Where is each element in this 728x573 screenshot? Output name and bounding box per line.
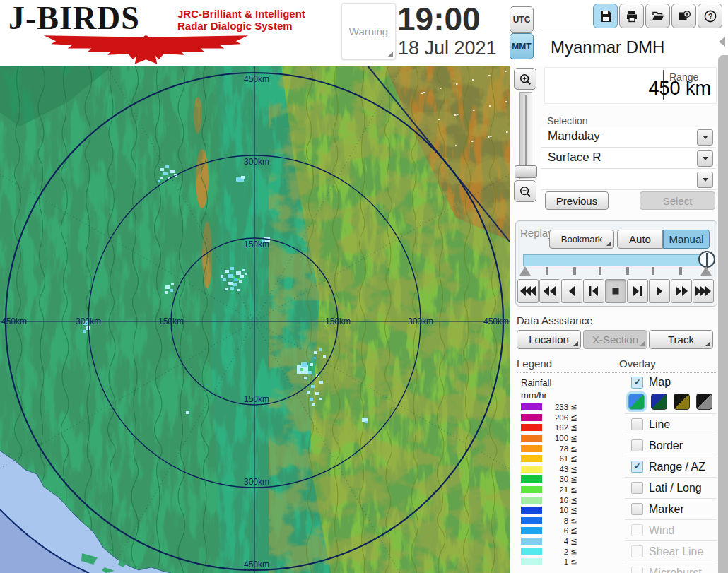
legend-color-swatch — [521, 435, 542, 442]
utc-toggle-button[interactable]: UTC — [510, 6, 534, 33]
map-style-black-olive[interactable] — [674, 394, 690, 410]
map-style-navy-darkgreen[interactable] — [651, 394, 667, 410]
help-icon: ? — [703, 9, 717, 23]
warning-button[interactable]: Warning — [341, 3, 396, 59]
fastest-forward-button[interactable] — [693, 279, 714, 303]
track-label: Track — [668, 333, 694, 345]
fast-rewind-icon — [519, 286, 536, 296]
previous-button[interactable]: Previous — [545, 191, 609, 210]
legend-unit-line1: Rainfall — [521, 377, 592, 389]
rewind-button[interactable] — [539, 279, 560, 303]
auto-mode-button[interactable]: Auto — [617, 230, 663, 249]
svg-text:300km: 300km — [76, 317, 101, 326]
overlay-item-shear-line: Shear Line — [625, 540, 717, 562]
legend-row: 6 ≦ — [521, 526, 586, 536]
help-button[interactable]: ? — [698, 4, 722, 28]
unchecked-checkbox-icon[interactable] — [631, 482, 643, 494]
legend-row: 21 ≦ — [521, 485, 586, 495]
bookmark-label: Bookmark — [561, 234, 603, 244]
slider-start-marker — [519, 266, 531, 276]
dropdown-button[interactable] — [697, 129, 713, 146]
print-button[interactable] — [619, 4, 644, 28]
warning-button-label: Warning — [349, 25, 388, 37]
add-image-button[interactable] — [671, 4, 696, 28]
slider-tick — [679, 267, 682, 275]
unchecked-checkbox-icon — [631, 524, 643, 536]
play-button[interactable] — [649, 279, 670, 303]
legend-value: 1 ≦ — [542, 557, 577, 567]
map-style-black-gray[interactable] — [696, 394, 712, 410]
fast-forward-button[interactable] — [671, 279, 692, 303]
replay-slider-handle[interactable] — [698, 251, 715, 268]
step-back-button[interactable] — [561, 279, 582, 303]
location-button[interactable]: Location — [517, 330, 581, 349]
overlay-item-label: Wind — [649, 524, 674, 537]
jbirds-radar-app: { "header": { "logo": {"title": "J-BIRDS… — [0, 0, 728, 573]
legend-color-swatch — [521, 548, 542, 555]
clock-date: 18 Jul 2021 — [398, 37, 497, 59]
overlay-item-map[interactable]: ✓Map — [625, 374, 717, 391]
select-button[interactable]: Select — [640, 191, 715, 210]
replay-panel: Replay Bookmark Auto Manual — [515, 220, 717, 307]
replay-label: Replay — [520, 227, 553, 239]
overlay-item-line[interactable]: Line — [625, 413, 717, 435]
unchecked-checkbox-icon[interactable] — [631, 439, 643, 451]
overlay-item-label: Line — [649, 418, 670, 431]
legend-value: 78 ≦ — [542, 444, 577, 454]
range-value: 450 km — [648, 78, 711, 100]
map-zoom-slider-handle[interactable] — [515, 165, 537, 178]
skip-start-button[interactable] — [583, 279, 604, 303]
checked-checkbox-icon[interactable]: ✓ — [631, 461, 643, 473]
checked-checkbox-icon[interactable]: ✓ — [631, 377, 643, 389]
selection-dropdown-site[interactable]: Mandalay — [541, 127, 716, 148]
svg-text:300km: 300km — [408, 317, 433, 326]
legend-value: 100 ≦ — [542, 433, 577, 443]
overlay-item-range-az[interactable]: ✓Range / AZ — [625, 456, 717, 477]
radar-map[interactable]: 150km150km150km150km300km300km300km300km… — [0, 66, 510, 573]
mmt-toggle-button[interactable]: MMT — [510, 33, 534, 59]
overlay-item-label: Lati / Long — [649, 482, 702, 495]
panel-collapse-arrow-icon[interactable] — [719, 37, 725, 47]
overlay-item-lati-long[interactable]: Lati / Long — [625, 477, 717, 498]
legend-color-swatch — [521, 475, 542, 483]
save-icon — [599, 9, 613, 23]
selection-dropdown-product[interactable]: Surface R — [541, 148, 716, 169]
clock-time: 19:00 — [397, 1, 481, 37]
manual-mode-button[interactable]: Manual — [663, 230, 710, 249]
track-button[interactable]: Track — [649, 330, 713, 349]
unchecked-checkbox-icon[interactable] — [631, 418, 643, 430]
open-folder-button[interactable] — [645, 4, 670, 28]
unchecked-checkbox-icon[interactable] — [631, 503, 643, 515]
map-zoom-in-button[interactable] — [514, 68, 536, 90]
bookmark-button[interactable]: Bookmark — [549, 230, 614, 249]
legend-color-swatch — [521, 507, 542, 514]
legend-row: 1 ≦ — [521, 557, 586, 567]
play-icon — [652, 286, 667, 296]
legend-value: 16 ≦ — [542, 495, 577, 505]
legend-row: 4 ≦ — [521, 536, 586, 547]
dropdown-button[interactable] — [697, 172, 713, 188]
legend-value: 233 ≦ — [542, 402, 577, 412]
dropdown-button[interactable] — [697, 150, 713, 167]
chevron-down-icon — [703, 136, 708, 139]
replay-slider-track[interactable] — [523, 254, 711, 266]
x-section-button[interactable]: X-Section — [583, 330, 647, 349]
svg-text:450km: 450km — [244, 74, 269, 84]
skip-end-button[interactable] — [627, 279, 648, 303]
legend-row: 100 ≦ — [521, 433, 586, 444]
legend-row: 233 ≦ — [521, 402, 586, 413]
map-zoom-out-button[interactable] — [514, 180, 536, 202]
header-bar: J-BIRDS JRC-Brilliant & Intelligent Rada… — [0, 0, 728, 66]
fast-rewind-button[interactable] — [517, 279, 539, 303]
zoom-in-icon — [519, 71, 532, 87]
legend-unit-line2: mm/hr — [521, 389, 592, 402]
legend-row: 30 ≦ — [521, 474, 586, 485]
selection-dropdown-extra[interactable] — [541, 170, 716, 190]
stop-button[interactable] — [605, 279, 626, 303]
map-style-blue-green[interactable] — [628, 394, 645, 410]
legend-row: 16 ≦ — [521, 495, 586, 505]
legend-value: 6 ≦ — [542, 526, 577, 536]
overlay-item-marker[interactable]: Marker — [625, 498, 717, 519]
overlay-item-border[interactable]: Border — [625, 435, 717, 456]
save-button[interactable] — [593, 4, 618, 28]
